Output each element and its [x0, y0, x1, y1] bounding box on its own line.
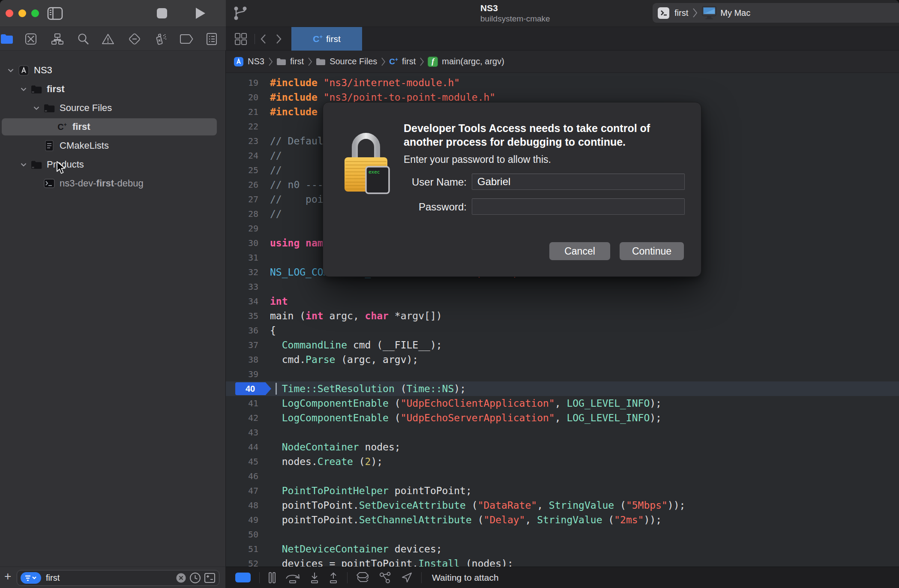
- code-line[interactable]: 19#include "ns3/internet-module.h": [226, 75, 899, 90]
- issue-navigator-icon[interactable]: [101, 32, 115, 46]
- test-navigator-icon[interactable]: [128, 32, 141, 46]
- line-number[interactable]: 31: [226, 250, 258, 265]
- line-number[interactable]: 33: [226, 279, 258, 294]
- code-line[interactable]: 34int: [226, 294, 899, 309]
- code-line[interactable]: 42 LogComponentEnable ("UdpEchoServerApp…: [226, 411, 899, 425]
- line-number[interactable]: 46: [226, 469, 258, 483]
- recent-files-clock-icon[interactable]: [189, 572, 201, 584]
- code-line[interactable]: 51 NetDeviceContainer devices;: [226, 542, 899, 556]
- line-number[interactable]: 21: [226, 105, 258, 119]
- line-number[interactable]: 36: [226, 323, 258, 338]
- symbol-navigator-icon[interactable]: [51, 32, 64, 46]
- tree-item-source-files[interactable]: Source Files: [0, 99, 225, 117]
- line-number[interactable]: 51: [226, 542, 258, 556]
- tab-first[interactable]: C+ first: [291, 27, 362, 51]
- zoom-window-button[interactable]: [31, 9, 39, 17]
- line-number[interactable]: 38: [226, 352, 258, 367]
- line-number[interactable]: 47: [226, 483, 258, 498]
- disclosure-chevron-icon[interactable]: [18, 163, 29, 167]
- line-number[interactable]: 22: [226, 119, 258, 134]
- code-line[interactable]: 37 CommandLine cmd (__FILE__);: [226, 338, 899, 352]
- step-out-icon[interactable]: [328, 572, 339, 584]
- breadcrumb-item[interactable]: Source Files: [330, 57, 377, 66]
- debug-area-toggle-icon[interactable]: [235, 573, 251, 582]
- line-number[interactable]: 32: [226, 265, 258, 279]
- cancel-button[interactable]: Cancel: [549, 242, 610, 260]
- line-number[interactable]: 52: [226, 556, 258, 567]
- tree-item-ns3[interactable]: NS3: [0, 61, 225, 80]
- line-number[interactable]: 37: [226, 338, 258, 352]
- breadcrumb-item[interactable]: main(argc, argv): [442, 57, 504, 66]
- scheme-selector[interactable]: first My Mac Running ns3-dev-first-debug…: [653, 3, 899, 23]
- line-number[interactable]: 48: [226, 498, 258, 513]
- breadcrumb-item[interactable]: first: [402, 57, 416, 66]
- breadcrumb-item[interactable]: first: [290, 57, 304, 66]
- line-number[interactable]: 20: [226, 90, 258, 105]
- continue-button[interactable]: Continue: [620, 242, 684, 260]
- line-number[interactable]: 19: [226, 75, 258, 90]
- step-over-icon[interactable]: [285, 572, 301, 584]
- go-back-icon[interactable]: [260, 34, 267, 44]
- clear-filter-icon[interactable]: [176, 573, 186, 583]
- add-button[interactable]: +: [4, 570, 11, 583]
- run-button[interactable]: [194, 6, 207, 20]
- tree-item-products[interactable]: Products: [0, 155, 225, 174]
- line-number[interactable]: 45: [226, 454, 258, 469]
- find-navigator-icon[interactable]: [76, 32, 90, 46]
- code-line[interactable]: 47 PointToPointHelper pointToPoint;: [226, 483, 899, 498]
- debug-navigator-icon[interactable]: [154, 32, 168, 46]
- code-line[interactable]: 43: [226, 425, 899, 440]
- tree-item-cmakelists[interactable]: CMakeLists: [0, 136, 225, 155]
- line-number[interactable]: 25: [226, 163, 258, 177]
- code-line[interactable]: 45 nodes.Create (2);: [226, 454, 899, 469]
- line-number[interactable]: 34: [226, 294, 258, 309]
- line-number[interactable]: 27: [226, 192, 258, 207]
- line-number[interactable]: 30: [226, 236, 258, 250]
- project-navigator-icon[interactable]: [0, 32, 14, 46]
- breakpoint-navigator-icon[interactable]: [180, 32, 194, 46]
- filter-input[interactable]: first: [46, 573, 176, 583]
- line-number[interactable]: 39: [226, 367, 258, 381]
- code-line[interactable]: 38 cmd.Parse (argc, argv);: [226, 352, 899, 367]
- code-line[interactable]: 39: [226, 367, 899, 381]
- filter-icon[interactable]: [21, 572, 41, 584]
- line-number[interactable]: 29: [226, 221, 258, 236]
- tab-overview-icon[interactable]: [234, 33, 247, 45]
- line-number[interactable]: 26: [226, 177, 258, 192]
- code-line[interactable]: 40 Time::SetResolution (Time::NS);: [226, 381, 899, 396]
- code-line[interactable]: 33: [226, 279, 899, 294]
- stop-button[interactable]: [157, 8, 167, 18]
- line-number[interactable]: 35: [226, 309, 258, 323]
- disclosure-chevron-icon[interactable]: [18, 87, 29, 91]
- code-line[interactable]: 44 NodeContainer nodes;: [226, 440, 899, 454]
- scheme-name[interactable]: first: [674, 8, 688, 18]
- disclosure-chevron-icon[interactable]: [31, 106, 42, 110]
- sidebar-toggle-icon[interactable]: [47, 7, 63, 20]
- line-number[interactable]: 28: [226, 207, 258, 221]
- minimize-window-button[interactable]: [18, 9, 26, 17]
- instruction-pointer-badge[interactable]: 40: [235, 382, 271, 395]
- view-hierarchy-icon[interactable]: [356, 571, 370, 584]
- source-control-navigator-icon[interactable]: [24, 32, 38, 46]
- source-control-changes-icon[interactable]: [204, 573, 216, 583]
- tree-item-first[interactable]: first: [0, 80, 225, 99]
- close-window-button[interactable]: [6, 9, 13, 17]
- line-number[interactable]: 24: [226, 148, 258, 163]
- breadcrumb-item[interactable]: NS3: [248, 57, 264, 66]
- tree-item-ns3-dev-first-debug[interactable]: ns3-dev-first-debug: [0, 174, 225, 193]
- line-number[interactable]: 41: [226, 396, 258, 411]
- password-field[interactable]: [472, 198, 685, 215]
- code-line[interactable]: 50: [226, 527, 899, 542]
- code-line[interactable]: 52 devices = pointToPoint.Install (nodes…: [226, 556, 899, 567]
- disclosure-chevron-icon[interactable]: [5, 69, 16, 72]
- username-field[interactable]: [472, 174, 685, 190]
- line-number[interactable]: 49: [226, 513, 258, 527]
- tree-item-first[interactable]: C+first: [0, 117, 225, 136]
- code-line[interactable]: 48 pointToPoint.SetDeviceAttribute ("Dat…: [226, 498, 899, 513]
- filter-field[interactable]: first: [17, 570, 219, 586]
- report-navigator-icon[interactable]: [205, 32, 219, 46]
- go-forward-icon[interactable]: [276, 34, 282, 44]
- code-line[interactable]: 46: [226, 469, 899, 483]
- run-destination[interactable]: My Mac: [720, 8, 750, 18]
- code-line[interactable]: 49 pointToPoint.SetChannelAttribute ("De…: [226, 513, 899, 527]
